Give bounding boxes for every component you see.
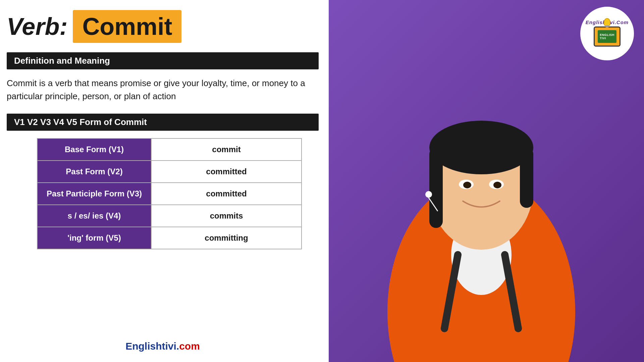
verb-forms-table: Base Form (V1) commit Past Form (V2) com… — [37, 138, 302, 249]
left-panel: Verb: Commit Definition and Meaning Comm… — [0, 0, 329, 362]
definition-heading-box: Definition and Meaning — [7, 52, 319, 69]
title-row: Verb: Commit — [7, 10, 319, 43]
table-value-cell: commit — [151, 138, 302, 161]
title-word-box: Commit — [73, 10, 181, 43]
table-row: Past Participle Form (V3) committed — [37, 183, 302, 205]
title-verb-label: Verb: — [7, 13, 67, 40]
table-label-cell: s / es/ ies (V4) — [37, 205, 151, 227]
table-value-cell: committing — [151, 227, 302, 249]
svg-rect-6 — [520, 147, 533, 208]
table-value-cell: committed — [151, 183, 302, 205]
table-row: s / es/ ies (V4) commits — [37, 205, 302, 227]
forms-heading-box: V1 V2 V3 V4 V5 Form of Commit — [7, 114, 319, 131]
table-row: Base Form (V1) commit — [37, 138, 302, 161]
title-word: Commit — [82, 13, 172, 40]
table-label-cell: 'ing' form (V5) — [37, 227, 151, 249]
definition-text: Commit is a verb that means promise or g… — [7, 77, 319, 103]
definition-heading-text: Definition and Meaning — [14, 56, 110, 66]
table-value-cell: commits — [151, 205, 302, 227]
right-panel: Englishtivi.Com ENGLISHTIVI — [329, 0, 644, 362]
svg-point-9 — [463, 182, 471, 188]
bulb-icon — [604, 18, 610, 26]
table-label-cell: Base Form (V1) — [37, 138, 151, 161]
logo-circle: Englishtivi.Com ENGLISHTIVI — [580, 7, 634, 60]
person-svg — [330, 60, 632, 362]
svg-point-10 — [493, 182, 501, 188]
footer-brand-red: com — [179, 341, 200, 352]
footer: Englishtivi.com — [7, 341, 319, 352]
table-label-cell: Past Form (V2) — [37, 161, 151, 183]
table-value-cell: committed — [151, 161, 302, 183]
table-row: Past Form (V2) committed — [37, 161, 302, 183]
footer-brand-blue: Englishtivi — [125, 341, 176, 352]
table-row: 'ing' form (V5) committing — [37, 227, 302, 249]
footer-dot: . — [176, 341, 179, 352]
svg-point-11 — [425, 191, 432, 198]
person-image — [329, 54, 644, 362]
forms-heading-text: V1 V2 V3 V4 V5 Form of Commit — [14, 117, 147, 127]
logo-tv-icon: ENGLISHTIVI — [594, 26, 621, 47]
svg-point-4 — [429, 121, 533, 174]
logo-tv-screen: ENGLISHTIVI — [598, 30, 616, 43]
svg-rect-5 — [429, 147, 443, 228]
table-label-cell: Past Participle Form (V3) — [37, 183, 151, 205]
